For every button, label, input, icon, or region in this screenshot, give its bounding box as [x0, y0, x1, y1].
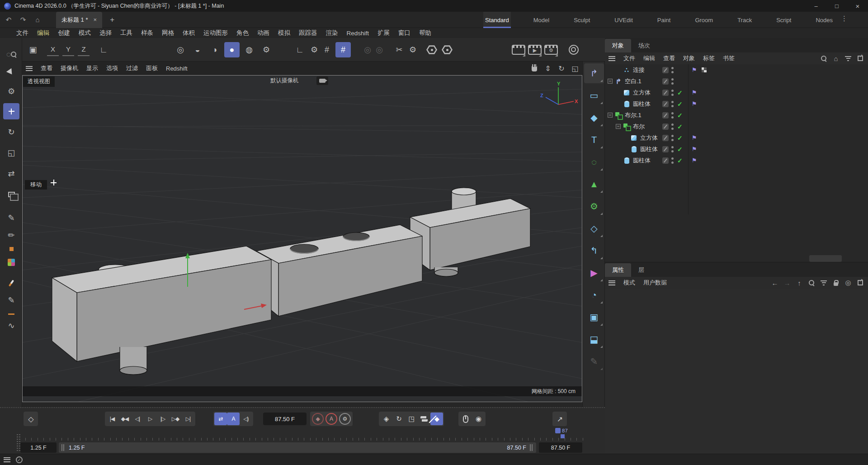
simulation-icon[interactable]: ● [224, 42, 240, 57]
viewport-menu-item[interactable]: 过滤 [126, 64, 138, 72]
enable-toggle-icon[interactable] [662, 101, 669, 107]
expander-icon[interactable] [608, 113, 613, 118]
enabled-check-icon[interactable]: ✓ [677, 89, 683, 96]
visibility-dots-icon[interactable] [671, 157, 674, 164]
autokey-button[interactable]: A [227, 413, 240, 425]
viewport-menu-item[interactable]: 面板 [146, 64, 158, 72]
object-row[interactable]: 圆柱体 ✓ [605, 98, 868, 109]
remesh-icon[interactable] [439, 42, 455, 57]
layout-tab[interactable]: UVEdit [613, 12, 634, 28]
no-keyframe-icon[interactable]: ◆ [430, 413, 443, 425]
layers-icon[interactable] [3, 186, 19, 203]
menu-item[interactable]: 模拟 [278, 29, 290, 37]
layout-tab[interactable]: Script [774, 12, 793, 28]
phong-tag-icon[interactable] [692, 100, 697, 107]
rotate-view-icon[interactable]: ↻ [557, 63, 566, 73]
redo-icon[interactable]: ↷ [17, 14, 29, 26]
capsule-tool-icon[interactable]: ◒ [190, 42, 205, 57]
enabled-check-icon[interactable]: ✓ [677, 146, 683, 153]
menu-item[interactable]: 工具 [120, 29, 132, 37]
enable-toggle-icon[interactable] [662, 112, 669, 119]
phong-tag-icon[interactable] [692, 157, 697, 164]
slider-grip-left[interactable] [61, 444, 65, 451]
lock-y-button[interactable]: Y [62, 43, 74, 56]
forward-icon[interactable]: → [783, 278, 791, 287]
visibility-dots-icon[interactable] [671, 90, 674, 96]
phong-tag-icon[interactable] [692, 89, 697, 96]
scale-tool-icon[interactable]: ◱ [3, 145, 19, 161]
material-ball-icon[interactable] [566, 42, 581, 57]
visibility-dots-icon[interactable] [671, 67, 674, 73]
go-to-end-button[interactable]: ▷| [182, 413, 194, 425]
menu-item[interactable]: 创建 [58, 29, 70, 37]
filter-icon[interactable] [820, 278, 828, 287]
monitor-icon[interactable]: ⬓ [584, 329, 604, 349]
menu-item[interactable]: 动画 [257, 29, 269, 37]
target-icon[interactable]: ◎ [844, 278, 852, 287]
autokey-record-icon[interactable]: A [326, 413, 337, 425]
enabled-check-icon[interactable]: ✓ [677, 157, 683, 164]
powerslider[interactable]: 1.25 F 87.50 F [59, 442, 536, 453]
lock-z-button[interactable]: Z [78, 43, 90, 56]
object-row[interactable]: 圆柱体 ✓ [605, 155, 868, 166]
om-menu-item[interactable]: 编辑 [643, 54, 655, 62]
sphere-add-icon[interactable]: ◍ [241, 42, 257, 57]
ring-tool-icon[interactable]: ◎ [173, 42, 188, 57]
visibility-dots-icon[interactable] [671, 112, 674, 119]
object-row[interactable]: 布尔.1 ✓ [605, 109, 868, 121]
visibility-dots-icon[interactable] [671, 78, 674, 85]
coordinate-system-icon[interactable]: ∟ [96, 42, 111, 57]
pan-view-icon[interactable] [529, 63, 539, 73]
record-keyframe-icon[interactable]: ◆ [312, 413, 324, 425]
object-row[interactable]: 连接 ✓ [605, 64, 868, 76]
manager-tab[interactable]: 层 [631, 263, 651, 277]
viewport-menu-item[interactable]: Redshift [166, 65, 188, 72]
close-button[interactable]: × [847, 0, 868, 12]
viewport-menu-item[interactable]: 选项 [106, 64, 118, 72]
rotate-tool-icon[interactable]: ↻ [3, 124, 19, 140]
layout-tab[interactable]: Standard [483, 12, 511, 28]
enable-toggle-icon[interactable] [662, 90, 669, 96]
object-row[interactable]: 立方体 ✓ [605, 132, 868, 143]
manager-tab[interactable]: 属性 [605, 263, 631, 277]
am-menu-item[interactable]: 用户数据 [643, 279, 667, 287]
text-tool-icon[interactable]: T [584, 130, 604, 150]
spline-icon[interactable]: ∿ [3, 318, 19, 334]
viewport-menu-item[interactable]: 摄像机 [61, 64, 78, 72]
menu-item[interactable]: 体积 [183, 29, 195, 37]
menu-item[interactable]: 扩展 [377, 29, 390, 37]
menu-item[interactable]: 编辑 [37, 29, 49, 37]
scissors-settings-icon[interactable]: ⚙ [405, 42, 420, 57]
layout-tab[interactable]: Nodes [814, 12, 835, 28]
previous-key-button[interactable]: ◆◀ [118, 413, 131, 425]
flip-icon[interactable]: ▶ [584, 263, 604, 283]
volume-icon[interactable]: ◌ [584, 152, 604, 172]
viewport-canvas[interactable] [23, 76, 582, 402]
keying-settings-icon[interactable]: ⚙ [339, 413, 351, 425]
up-icon[interactable]: ↑ [795, 278, 803, 287]
snap-sphere-icon[interactable]: ◔ [584, 285, 604, 305]
render-view-icon[interactable] [511, 42, 526, 57]
layout-overflow-icon[interactable]: ⋮ [841, 14, 848, 23]
tab-close-icon[interactable]: × [94, 16, 97, 23]
visibility-dots-icon[interactable] [671, 123, 674, 130]
next-key-button[interactable]: ▷◆ [169, 413, 182, 425]
spline-arc-icon[interactable]: ↰ [584, 241, 604, 261]
move-tool-icon[interactable] [3, 103, 19, 119]
om-menu-item[interactable]: 书签 [723, 54, 735, 62]
filter-icon[interactable] [844, 54, 852, 63]
camera-label[interactable]: 默认摄像机 [270, 77, 299, 85]
viewport[interactable]: 透视视图 默认摄像机 移动 网格间距 : 500 cm Y Z X [22, 75, 582, 402]
workplane-icon[interactable]: ▣ [25, 42, 41, 57]
popout-icon[interactable] [856, 54, 864, 63]
menu-item[interactable]: 帮助 [419, 29, 431, 37]
enabled-check-icon[interactable]: ✓ [677, 100, 683, 108]
brush-icon[interactable] [3, 275, 19, 291]
status-menu-icon[interactable] [4, 457, 10, 462]
snap-enabled-icon[interactable]: # [335, 42, 351, 57]
panel-menu-icon[interactable] [609, 280, 615, 285]
dolly-view-icon[interactable]: ⇕ [543, 63, 553, 73]
layout-tab[interactable]: Model [532, 12, 551, 28]
menu-item[interactable]: 跟踪器 [299, 29, 317, 37]
attribute-field[interactable] [809, 255, 842, 262]
